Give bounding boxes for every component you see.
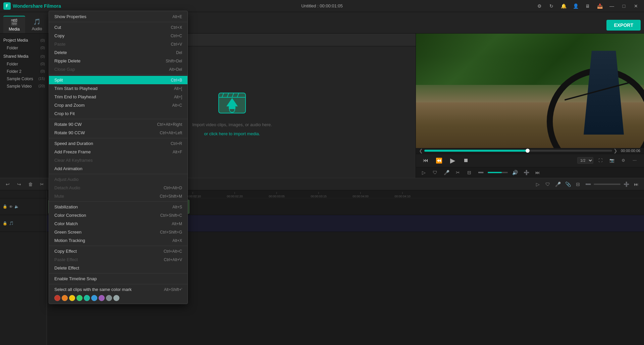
refresh-icon[interactable]: ↻: [547, 1, 556, 11]
track1-lock-icon[interactable]: 🔒: [3, 204, 7, 209]
zoom-out-button[interactable]: ➖: [584, 180, 592, 189]
cm-delete[interactable]: Delete Del: [49, 48, 187, 57]
cut2-icon[interactable]: ✂: [453, 168, 462, 177]
cm-color-green[interactable]: [76, 295, 83, 301]
shared-media-header[interactable]: Shared Media (0): [0, 52, 48, 60]
sidebar-item-folder[interactable]: Folder (0): [0, 44, 48, 52]
cm-split[interactable]: Split Ctrl+B: [49, 76, 187, 84]
more-icon[interactable]: ⋯: [630, 156, 639, 165]
cm-crop-zoom[interactable]: Crop and Zoom Alt+C: [49, 101, 187, 109]
minus-icon[interactable]: ➖: [476, 168, 485, 177]
cm-stabilization[interactable]: Stabilization Alt+S: [49, 203, 187, 211]
cm-crop-fit[interactable]: Crop to Fit: [49, 109, 187, 118]
zoom-in-button[interactable]: ➕: [622, 180, 631, 189]
cm-copy[interactable]: Copy Ctrl+C: [49, 32, 187, 40]
fit-to-window-button[interactable]: ⏭: [632, 180, 641, 189]
compress-icon[interactable]: ⊟: [574, 180, 582, 189]
timeline-thumb[interactable]: [526, 149, 530, 153]
cm-cut[interactable]: Cut Ctrl+X: [49, 23, 187, 32]
end-icon[interactable]: ⏭: [533, 168, 542, 177]
notifications-icon[interactable]: 🔔: [559, 1, 568, 11]
monitor-icon[interactable]: 🖥: [583, 1, 592, 11]
cm-delete-effect[interactable]: Delete Effect: [49, 264, 187, 272]
cm-sep-3: [49, 119, 187, 119]
minimize-button[interactable]: —: [607, 1, 616, 11]
cm-color-yellow[interactable]: [69, 295, 75, 301]
sidebar-item-shared-folder[interactable]: Folder (0): [0, 60, 48, 68]
tab-media[interactable]: 🎬 Media: [3, 16, 25, 33]
sidebar-item-sample-colors[interactable]: Sample Colors (15): [0, 75, 48, 83]
preview-scrubber[interactable]: ❮ ❯ 00:00:00:06: [416, 148, 644, 154]
cm-select-color-mark[interactable]: Select all clips with the same color mar…: [49, 285, 187, 294]
cm-trim-start[interactable]: Trim Start to Playhead Alt+[: [49, 84, 187, 93]
cm-sep-7: [49, 246, 187, 246]
project-media-count: (0): [41, 38, 45, 42]
split-clip-button[interactable]: ✂: [38, 180, 46, 189]
volume-icon[interactable]: 🔊: [511, 168, 519, 177]
sidebar-item-sample-video[interactable]: Sample Video (20): [0, 83, 48, 90]
export-button[interactable]: EXPORT: [606, 20, 641, 31]
cm-rotate-ccw[interactable]: Rotate 90 CCW Ctrl+Alt+Left: [49, 129, 187, 137]
cm-copy-effect[interactable]: Copy Effect Ctrl+Alt+C: [49, 247, 187, 255]
cm-green-screen[interactable]: Green Screen Ctrl+Shift+G: [49, 228, 187, 236]
cm-trim-end[interactable]: Trim End to Playhead Alt+]: [49, 93, 187, 101]
timeline-bar[interactable]: [424, 150, 612, 152]
mic-icon[interactable]: 🎤: [442, 168, 451, 177]
render-icon[interactable]: ▷: [419, 168, 428, 177]
cm-color-blue[interactable]: [91, 295, 97, 301]
mic2-icon[interactable]: 🎤: [553, 180, 562, 189]
zoom-slider[interactable]: [594, 184, 621, 185]
clip-icon[interactable]: 📎: [564, 180, 572, 189]
cm-color-red[interactable]: [54, 295, 60, 301]
shield2-icon[interactable]: 🛡: [543, 180, 552, 189]
stop-button[interactable]: ⏹: [461, 156, 471, 165]
cm-color-lightblue[interactable]: [106, 295, 112, 301]
cm-motion-tracking[interactable]: Motion Tracking Alt+X: [49, 236, 187, 245]
project-media-header[interactable]: Project Media (0): [0, 36, 48, 44]
audio-lock-icon[interactable]: 🔒: [3, 221, 7, 226]
cm-color-orange[interactable]: [62, 295, 68, 301]
download-icon[interactable]: 📥: [595, 1, 604, 11]
cm-rotate-cw[interactable]: Rotate 90 CW Ctrl+Alt+Right: [49, 120, 187, 129]
cm-speed-duration[interactable]: Speed and Duration Ctrl+R: [49, 139, 187, 148]
preview-video: [416, 34, 644, 148]
preview-extra-controls: 1/2 Full ⛶ 📷 ⚙ ⋯: [577, 156, 639, 165]
shield-icon[interactable]: 🛡: [431, 168, 439, 177]
track1-eye-icon[interactable]: 👁: [9, 205, 13, 209]
render-timeline-icon[interactable]: ▷: [533, 180, 542, 189]
user-icon[interactable]: 👤: [571, 1, 580, 11]
track1-speaker-icon[interactable]: 🔈: [14, 204, 19, 209]
settings-icon[interactable]: ⚙: [535, 1, 544, 11]
cm-color-gray[interactable]: [113, 295, 119, 301]
fullscreen-icon[interactable]: ⛶: [596, 156, 605, 165]
step-back-button[interactable]: ⏪: [434, 156, 444, 165]
settings2-icon[interactable]: ⚙: [619, 156, 628, 165]
maximize-button[interactable]: □: [619, 1, 629, 11]
cm-color-correction[interactable]: Color Correction Ctrl+Shift+C: [49, 211, 187, 219]
cm-color-teal[interactable]: [84, 295, 90, 301]
ratio-select[interactable]: 1/2 Full: [577, 157, 593, 164]
undo-button[interactable]: ↩: [3, 180, 12, 189]
preview-time-display: 00:00:00:06: [619, 149, 642, 153]
cm-enable-snap[interactable]: Enable Timeline Snap: [49, 275, 187, 283]
audio-eye-icon[interactable]: 🎵: [9, 221, 14, 226]
cm-speed-duration-shortcut: Ctrl+R: [171, 141, 182, 146]
screenshot-icon[interactable]: 📷: [607, 156, 616, 165]
cm-color-purple[interactable]: [99, 295, 105, 301]
volume-slider[interactable]: [488, 172, 508, 173]
cm-show-properties[interactable]: Show Properties Alt+E: [49, 12, 187, 21]
cm-ripple-delete[interactable]: Ripple Delete Shift+Del: [49, 57, 187, 65]
redo-button[interactable]: ↪: [15, 180, 23, 189]
play-button[interactable]: ▶: [448, 156, 457, 165]
plus-icon[interactable]: ➕: [522, 168, 531, 177]
tab-audio[interactable]: 🎵 Audio: [26, 16, 48, 33]
cm-freeze-frame[interactable]: Add Freeze Frame Alt+F: [49, 148, 187, 156]
sidebar-item-folder2[interactable]: Folder 2 (0): [0, 68, 48, 75]
delete-clip-button[interactable]: 🗑: [26, 180, 35, 189]
close-button[interactable]: ✕: [631, 1, 641, 11]
frame-icon[interactable]: ⊟: [465, 168, 474, 177]
cm-add-animation[interactable]: Add Animation: [49, 164, 187, 173]
go-start-button[interactable]: ⏮: [421, 156, 430, 165]
cm-color-match[interactable]: Color Match Alt+M: [49, 219, 187, 228]
cm-sep-6: [49, 201, 187, 202]
